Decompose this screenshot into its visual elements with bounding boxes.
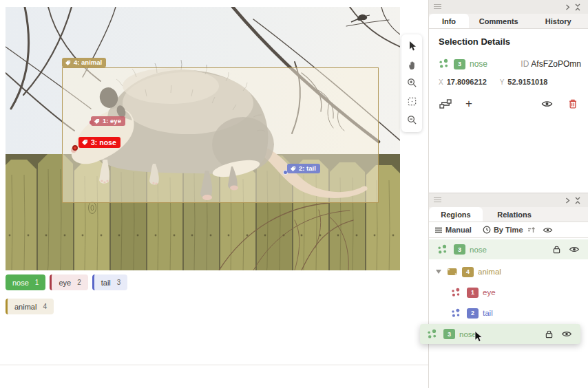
region-label-animal[interactable]: 4: animal	[62, 58, 106, 67]
order-by-time-button[interactable]: By Time	[483, 226, 523, 234]
keypoints-icon	[427, 329, 438, 340]
x-coordinate: 17.8096212	[447, 78, 493, 86]
list-icon	[434, 227, 443, 233]
drag-grip-icon[interactable]	[434, 197, 441, 203]
label-legend-row-2: animal4	[6, 299, 54, 314]
hide-region-button[interactable]	[561, 330, 572, 338]
side-panels: Info Comments History Selection Details …	[428, 0, 588, 388]
region-row-nose-selected[interactable]: 3 nose	[429, 239, 588, 259]
info-panel: Info Comments History Selection Details …	[429, 0, 588, 193]
hide-region-button[interactable]	[569, 246, 580, 253]
annotation-image[interactable]: 4: animal 1: eye 3: nose 2: tail	[6, 7, 400, 270]
tag-icon	[290, 166, 296, 172]
regions-toolbar: Manual By Time	[429, 222, 588, 238]
eye-icon	[543, 226, 553, 234]
tab-history[interactable]: History	[529, 14, 588, 28]
keypoints-icon	[451, 288, 461, 298]
toggle-visibility-button[interactable]	[538, 96, 555, 111]
trash-icon	[569, 99, 577, 109]
region-label-tail[interactable]: 2: tail	[287, 164, 320, 173]
keypoint-nose[interactable]	[72, 145, 78, 151]
zoom-out-button[interactable]	[403, 111, 421, 129]
lock-region-button[interactable]	[553, 245, 560, 254]
zoom-in-icon	[407, 78, 417, 88]
fit-to-screen-button[interactable]	[403, 93, 421, 111]
region-name: nose	[470, 59, 487, 69]
tool-palette	[401, 34, 422, 132]
selected-region-row: 3 nose IDAfsFZoPOmn	[439, 58, 581, 70]
tab-regions[interactable]: Regions	[429, 207, 483, 222]
panel-detach-button[interactable]	[563, 4, 572, 10]
regions-panel-header[interactable]	[429, 193, 588, 207]
zoom-out-icon	[407, 115, 417, 125]
lock-icon	[545, 330, 553, 338]
panel-collapse-button[interactable]	[572, 197, 583, 204]
create-relation-button[interactable]	[437, 96, 454, 111]
panel-detach-button[interactable]	[563, 197, 572, 204]
info-panel-header[interactable]	[429, 0, 588, 14]
label-legend-row-1: nose1 eye2 tail3	[6, 274, 127, 290]
add-metadata-button[interactable]: +	[461, 96, 477, 111]
eye-icon	[561, 330, 572, 338]
info-panel-tabs: Info Comments History	[429, 14, 588, 29]
label-button-nose[interactable]: nose1	[6, 274, 45, 290]
clock-icon	[483, 226, 491, 234]
tab-relations[interactable]: Relations	[483, 207, 546, 222]
keypoints-icon	[451, 308, 461, 319]
tag-icon	[65, 60, 71, 66]
region-label-eye[interactable]: 1: eye	[91, 116, 125, 126]
keypoints-icon	[439, 58, 450, 69]
tab-comments[interactable]: Comments	[469, 14, 529, 28]
panel-collapse-button[interactable]	[572, 3, 583, 11]
regions-panel-tabs: Regions Relations	[429, 207, 588, 222]
zoom-in-button[interactable]	[403, 74, 421, 92]
hand-icon	[407, 60, 417, 70]
expander-caret-icon[interactable]	[436, 270, 441, 274]
bounding-box-animal[interactable]	[62, 67, 379, 203]
sort-ascending-icon	[527, 226, 536, 234]
y-coordinate: 52.9151018	[507, 78, 554, 86]
drag-grip-icon[interactable]	[434, 4, 441, 10]
relation-icon	[439, 99, 452, 109]
sort-direction-button[interactable]	[527, 226, 536, 234]
tab-info[interactable]: Info	[429, 14, 469, 28]
region-label-nose[interactable]: 3: nose	[78, 137, 120, 148]
region-id: IDAfsFZoPOmn	[521, 59, 581, 69]
collapse-icon	[574, 197, 581, 204]
pan-tool-button[interactable]	[403, 56, 421, 74]
region-number-badge: 3	[454, 59, 465, 69]
lock-region-button[interactable]	[545, 330, 553, 338]
toggle-all-visibility-button[interactable]	[543, 226, 553, 234]
bottom-action-bar: Submit	[0, 365, 428, 388]
coordinates-row: X 17.8096212 Y 52.9151018	[439, 78, 554, 86]
region-row-tail[interactable]: 2 tail	[429, 303, 588, 323]
rectangle-region-icon	[447, 267, 458, 277]
region-row-eye[interactable]: 1 eye	[429, 282, 588, 303]
label-button-eye[interactable]: eye2	[50, 274, 87, 290]
label-button-animal[interactable]: animal4	[6, 299, 54, 314]
region-row-nose-dragging[interactable]: 3 nose	[420, 324, 580, 344]
label-studio-app: 4: animal 1: eye 3: nose 2: tail	[0, 0, 588, 388]
selection-details-title: Selection Details	[439, 36, 510, 47]
keypoints-icon	[437, 244, 448, 255]
delete-region-button[interactable]	[565, 96, 581, 111]
region-actions-row: +	[437, 96, 581, 111]
main-area: 4: animal 1: eye 3: nose 2: tail	[0, 0, 428, 388]
region-row-animal[interactable]: 4 animal	[429, 261, 588, 282]
chevron-right-icon	[565, 4, 570, 10]
group-by-manual-button[interactable]: Manual	[434, 226, 472, 234]
label-button-tail[interactable]: tail3	[92, 274, 128, 290]
cursor-icon	[407, 41, 417, 52]
chevron-right-icon	[565, 197, 570, 204]
collapse-icon	[574, 3, 581, 11]
fit-screen-icon	[407, 96, 417, 107]
eye-icon	[541, 100, 553, 108]
tag-icon	[81, 139, 88, 146]
eye-icon	[569, 246, 580, 253]
tag-icon	[94, 118, 100, 125]
regions-panel: Regions Relations Manual By Time	[429, 193, 588, 388]
select-tool-button[interactable]	[403, 37, 421, 55]
lock-icon	[553, 245, 560, 254]
